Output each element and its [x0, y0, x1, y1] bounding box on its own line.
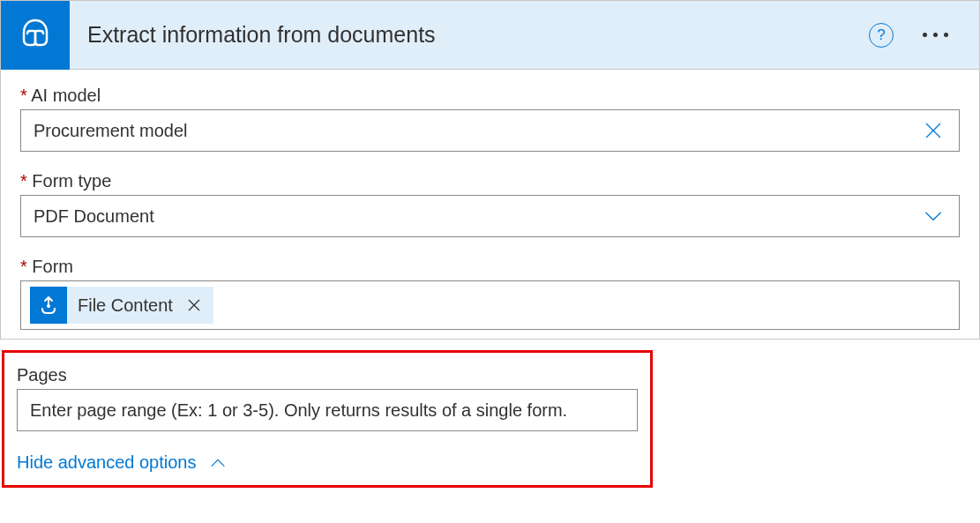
toggle-advanced-label: Hide advanced options	[17, 452, 196, 473]
card-title: Extract information from documents	[70, 22, 869, 48]
dynamic-content-token[interactable]: File Content	[30, 287, 213, 324]
highlighted-section: Pages Enter page range (Ex: 1 or 3-5). O…	[2, 350, 653, 488]
file-content-icon	[30, 287, 67, 324]
action-logo-icon	[1, 1, 70, 70]
header-actions: ?	[869, 23, 979, 48]
form-type-value: PDF Document	[34, 206, 920, 227]
pages-placeholder: Enter page range (Ex: 1 or 3-5). Only re…	[30, 400, 567, 421]
chevron-down-icon[interactable]	[920, 203, 946, 229]
form-type-select[interactable]: PDF Document	[20, 195, 960, 237]
pages-label: Pages	[17, 365, 638, 385]
form-input[interactable]: File Content	[20, 280, 960, 330]
action-card: Extract information from documents ? AI …	[0, 0, 980, 340]
pages-input[interactable]: Enter page range (Ex: 1 or 3-5). Only re…	[17, 389, 638, 431]
token-remove-icon[interactable]	[183, 295, 205, 316]
form-label: Form	[20, 257, 960, 277]
card-body: AI model Procurement model Form type PDF…	[1, 70, 979, 339]
clear-icon[interactable]	[920, 117, 946, 144]
svg-point-2	[47, 304, 50, 308]
card-header: Extract information from documents ?	[1, 1, 979, 70]
help-icon[interactable]: ?	[869, 23, 894, 48]
chevron-up-icon	[208, 453, 228, 473]
form-type-label: Form type	[20, 171, 960, 191]
token-label: File Content	[78, 295, 173, 316]
ai-model-input[interactable]: Procurement model	[20, 109, 960, 152]
ai-model-label: AI model	[20, 86, 960, 106]
ai-model-value: Procurement model	[34, 121, 920, 141]
more-menu-icon[interactable]	[918, 28, 953, 41]
toggle-advanced-link[interactable]: Hide advanced options	[17, 452, 638, 473]
